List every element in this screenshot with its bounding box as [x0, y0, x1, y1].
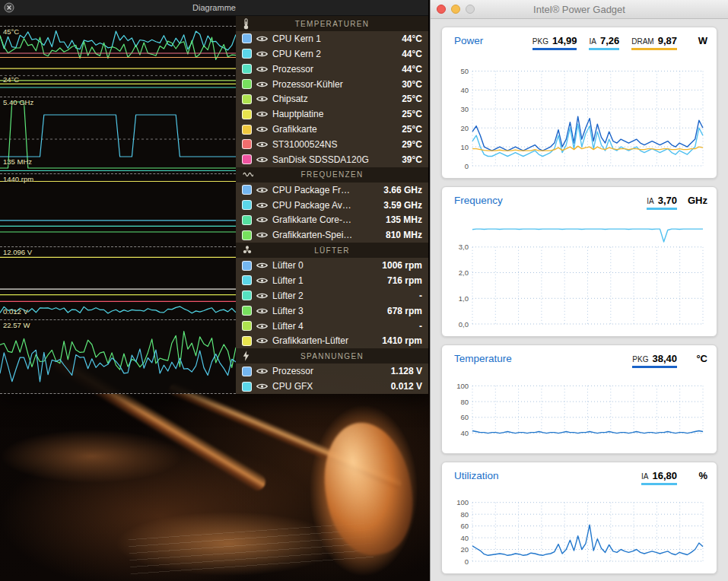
color-swatch[interactable] [242, 64, 252, 74]
color-swatch[interactable] [242, 261, 252, 271]
panel-header: FrequencyIA3,70GHz [447, 192, 709, 215]
sensor-row[interactable]: Prozessor1.128 V [236, 364, 428, 379]
color-swatch[interactable] [242, 154, 252, 164]
diagramme-titlebar[interactable]: Diagramme [0, 0, 428, 16]
color-swatch[interactable] [242, 33, 252, 43]
eye-icon[interactable] [256, 337, 268, 344]
svg-text:100: 100 [456, 498, 469, 506]
chart-strip: 22.57 W [0, 319, 236, 394]
color-swatch[interactable] [242, 139, 252, 149]
eye-icon[interactable] [256, 292, 268, 300]
sensor-value: 135 MHz [386, 214, 422, 225]
svg-text:40: 40 [460, 429, 469, 437]
sensor-row[interactable]: Grafikkarte Core-…135 MHz [236, 212, 428, 227]
strip-label: 0.012 V [3, 308, 28, 316]
color-swatch[interactable] [242, 79, 252, 89]
wave-icon [243, 171, 253, 178]
stat-unit: % [686, 470, 707, 481]
eye-icon[interactable] [256, 125, 268, 133]
sensor-label: Prozessor-Kühler [272, 79, 397, 90]
section-title: TEMPERATUREN [295, 20, 370, 28]
eye-icon[interactable] [256, 95, 268, 103]
color-swatch[interactable] [242, 336, 252, 346]
sensor-label: CPU Kern 2 [272, 49, 397, 59]
eye-icon[interactable] [256, 81, 268, 88]
eye-icon[interactable] [256, 322, 268, 330]
eye-icon[interactable] [256, 383, 268, 390]
stat-unit: W [686, 35, 707, 46]
svg-text:10: 10 [460, 143, 469, 151]
sensor-row[interactable]: Lüfter 1716 rpm [236, 273, 428, 288]
color-swatch[interactable] [242, 215, 252, 225]
sensor-row[interactable]: SanDisk SDSSDA120G39°C [236, 152, 428, 167]
eye-icon[interactable] [256, 141, 268, 148]
sensor-row[interactable]: Lüfter 3678 rpm [236, 303, 428, 319]
stat-value: 7,26 [600, 35, 619, 46]
close-icon[interactable] [4, 2, 14, 13]
eye-icon[interactable] [256, 110, 268, 118]
stat-label: IA [647, 197, 653, 205]
sensor-list: TEMPERATURENCPU Kern 144°CCPU Kern 244°C… [236, 16, 428, 394]
eye-icon[interactable] [256, 307, 268, 315]
panel-frequency: FrequencyIA3,70GHz0,01,02,03,0 [441, 186, 717, 337]
color-swatch[interactable] [242, 49, 252, 59]
color-swatch[interactable] [242, 110, 252, 119]
eye-icon[interactable] [256, 186, 268, 194]
eye-icon[interactable] [256, 231, 268, 239]
panel-power: PowerPKG14,99IA7,26DRAM9,87W01020304050 [441, 27, 717, 179]
color-swatch[interactable] [242, 275, 252, 285]
sensor-value: 39°C [402, 154, 422, 165]
sensor-row[interactable]: Grafikkarte25°C [236, 122, 428, 137]
thermometer-icon [243, 18, 250, 30]
stat-pkg: PKG38,40 [632, 353, 677, 368]
stat-unit: GHz [686, 195, 707, 206]
svg-text:20: 20 [460, 124, 469, 132]
panel-stats: IA16,80 [641, 470, 677, 485]
eye-icon[interactable] [256, 50, 268, 58]
sensor-row[interactable]: Grafikkarten-Spei…810 MHz [236, 227, 428, 243]
color-swatch[interactable] [242, 185, 252, 195]
eye-icon[interactable] [256, 216, 268, 224]
color-swatch[interactable] [242, 321, 252, 331]
sensor-row[interactable]: CPU GFX0.012 V [236, 379, 428, 394]
sensor-row[interactable]: Hauptplatine25°C [236, 106, 428, 122]
minimize-button[interactable] [451, 5, 460, 14]
svg-text:60: 60 [460, 413, 469, 421]
svg-text:0: 0 [465, 557, 469, 566]
sensor-row[interactable]: Lüfter 4- [236, 319, 428, 334]
color-swatch[interactable] [242, 367, 252, 376]
color-swatch[interactable] [242, 125, 252, 135]
zoom-button [466, 5, 475, 14]
sensor-row[interactable]: CPU Kern 244°C [236, 46, 428, 62]
color-swatch[interactable] [242, 230, 252, 240]
sensor-row[interactable]: Grafikkarten-Lüfter1410 rpm [236, 333, 428, 348]
sensor-value: - [419, 321, 422, 332]
close-button[interactable] [437, 5, 446, 14]
eye-icon[interactable] [256, 202, 268, 209]
eye-icon[interactable] [256, 262, 268, 269]
panel-title: Power [454, 35, 532, 46]
eye-icon[interactable] [256, 65, 268, 73]
eye-icon[interactable] [256, 277, 268, 284]
sensor-row[interactable]: Prozessor44°C [236, 62, 428, 77]
gadget-titlebar[interactable]: Intel® Power Gadget [431, 0, 728, 19]
sensor-row[interactable]: CPU Package Av…3.59 GHz [236, 198, 428, 213]
eye-icon[interactable] [256, 367, 268, 375]
color-swatch[interactable] [242, 290, 252, 300]
sensor-row[interactable]: ST31000524NS29°C [236, 137, 428, 152]
sensor-row[interactable]: Lüfter 01006 rpm [236, 258, 428, 273]
sensor-row[interactable]: CPU Kern 144°C [236, 31, 428, 46]
diagramme-window: Diagramme 45°C24°C5.40 GHz135 MHz1440 rp… [0, 0, 428, 394]
color-swatch[interactable] [242, 382, 252, 392]
eye-icon[interactable] [256, 156, 268, 164]
sensor-row[interactable]: CPU Package Fr…3.66 GHz [236, 183, 428, 198]
color-swatch[interactable] [242, 306, 252, 316]
sensor-row[interactable]: Lüfter 2- [236, 288, 428, 303]
color-swatch[interactable] [242, 200, 252, 210]
sensor-row[interactable]: Prozessor-Kühler30°C [236, 77, 428, 92]
sensor-row[interactable]: Chipsatz25°C [236, 91, 428, 106]
eye-icon[interactable] [256, 35, 268, 43]
window-title: Diagramme [192, 3, 236, 12]
color-swatch[interactable] [242, 94, 252, 104]
stat-label: IA [589, 37, 596, 46]
